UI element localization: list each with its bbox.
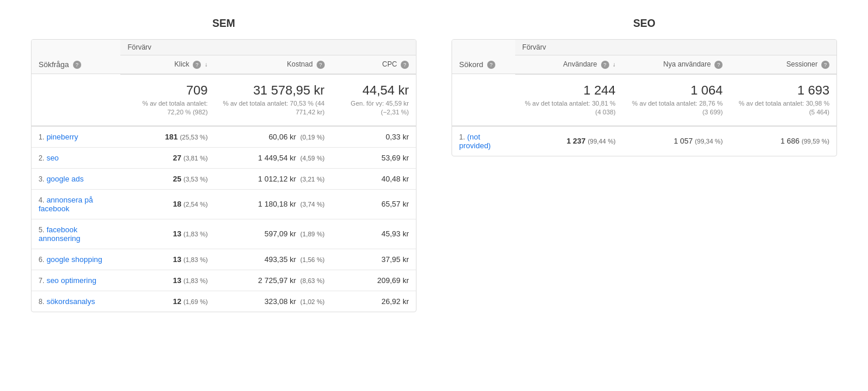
seo-col-anv: Användare xyxy=(563,60,597,68)
sem-kostnad-pct-5: (1,89 %) xyxy=(300,231,325,238)
sem-total-kostnad: 31 578,95 kr xyxy=(222,83,325,98)
sem-kostnad-pct-4: (3,74 %) xyxy=(300,201,325,208)
sem-kostnad-pct-6: (1,56 %) xyxy=(300,256,325,263)
seo-total-nya: 1 064 xyxy=(630,83,723,98)
sem-kostnad-4: 1 180,18 kr xyxy=(258,200,296,208)
seo-sess-1: 1 686 xyxy=(780,137,800,145)
sem-cpc-8: 26,92 kr xyxy=(381,297,409,306)
sem-col-klick: Klick xyxy=(175,60,189,68)
seo-totals-row: 1 244 % av det totala antalet: 30,81 % (… xyxy=(452,74,836,126)
seo-col-nya-help[interactable]: ? xyxy=(714,61,723,69)
sem-klick-pct-2: (3,81 %) xyxy=(183,155,208,162)
sem-total-kostnad-sub: % av det totala antalet: 70,53 % (44 771… xyxy=(222,99,325,117)
sem-col-kostnad: Kostnad xyxy=(287,60,313,68)
sem-kostnad-pct-7: (8,63 %) xyxy=(300,277,325,284)
page-wrapper: SEM Sökfråga ? Förvärv Kl xyxy=(12,12,856,318)
seo-col-anv-help[interactable]: ? xyxy=(601,61,609,69)
sem-cpc-6: 37,95 kr xyxy=(381,255,409,264)
sem-kostnad-2: 1 449,54 kr xyxy=(258,153,296,162)
sem-kostnad-pct-1: (0,19 %) xyxy=(300,134,325,141)
sem-col-cpc-help[interactable]: ? xyxy=(401,61,409,69)
sem-klick-6: 13 xyxy=(173,255,181,264)
sem-kostnad-8: 323,08 kr xyxy=(265,297,296,306)
sem-table: Sökfråga ? Förvärv Klick ? ↓ xyxy=(32,40,416,312)
sem-total-klick: 709 xyxy=(127,83,207,98)
sem-keyword-4[interactable]: annonsera på facebook xyxy=(39,196,93,213)
sem-sort-arrow[interactable]: ↓ xyxy=(205,61,208,68)
sem-kostnad-3: 1 012,12 kr xyxy=(258,174,296,183)
table-row: 1. (not provided) 1 237 (99,44 %) 1 057 … xyxy=(452,126,836,156)
sem-title: SEM xyxy=(31,18,416,30)
sem-keyword-2[interactable]: seo xyxy=(47,153,59,162)
sem-cpc-3: 40,48 kr xyxy=(381,174,409,183)
sem-total-cpc-sub: Gen. för vy: 45,59 kr (−2,31 %) xyxy=(339,99,409,117)
seo-section: SEO Sökord ? Förvärv Anvä xyxy=(452,18,837,156)
sem-klick-2: 27 xyxy=(173,153,181,162)
seo-total-anv-sub: % av det totala antalet: 30,81 % (4 038) xyxy=(522,99,616,117)
sem-kostnad-1: 60,06 kr xyxy=(269,132,296,141)
table-row: 1. pineberry 181 (25,53 %) 60,06 kr (0,1… xyxy=(32,126,416,148)
seo-forvary-label: Förvärv xyxy=(522,43,546,51)
sem-klick-pct-1: (25,53 %) xyxy=(180,134,208,141)
table-row: 6. google shopping 13 (1,83 %) 493,35 kr… xyxy=(32,249,416,270)
seo-header-row-1: Sökord ? Förvärv xyxy=(452,40,836,55)
sem-cpc-5: 45,93 kr xyxy=(381,229,409,238)
sem-cpc-2: 53,69 kr xyxy=(381,153,409,162)
sem-keyword-3[interactable]: google ads xyxy=(47,174,84,183)
seo-anv-pct-1: (99,44 %) xyxy=(588,138,616,145)
sem-kostnad-6: 493,35 kr xyxy=(265,255,296,264)
seo-sort-arrow[interactable]: ↓ xyxy=(613,61,616,68)
sem-row-header-help[interactable]: ? xyxy=(73,61,81,69)
sem-klick-3: 25 xyxy=(173,174,181,183)
seo-nya-1: 1 057 xyxy=(673,137,693,145)
sem-keyword-8[interactable]: sökordsanalys xyxy=(47,297,95,306)
seo-total-sess-sub: % av det totala antalet: 30,98 % (5 464) xyxy=(737,99,829,117)
seo-total-nya-sub: % av det totala antalet: 28,76 % (3 699) xyxy=(630,99,723,117)
sem-total-klick-sub: % av det totala antalet: 72,20 % (982) xyxy=(127,99,207,117)
sem-header-row-1: Sökfråga ? Förvärv xyxy=(32,40,416,55)
sem-klick-pct-3: (3,53 %) xyxy=(183,176,208,183)
sem-row-header-label: Sökfråga xyxy=(39,60,69,69)
sem-kostnad-pct-2: (4,59 %) xyxy=(300,155,325,162)
sem-klick-pct-5: (1,83 %) xyxy=(183,231,208,238)
seo-anv-1: 1 237 xyxy=(567,137,586,145)
seo-row-header-help[interactable]: ? xyxy=(487,61,495,69)
sem-kostnad-7: 2 725,97 kr xyxy=(258,276,296,285)
sem-col-cpc: CPC xyxy=(382,60,397,68)
sem-klick-pct-8: (1,69 %) xyxy=(183,298,208,305)
sem-klick-1: 181 xyxy=(165,132,178,141)
seo-table-wrapper: Sökord ? Förvärv Användare ? ↓ xyxy=(452,39,837,156)
table-row: 8. sökordsanalys 12 (1,69 %) 323,08 kr (… xyxy=(32,291,416,312)
sem-kostnad-5: 597,09 kr xyxy=(265,229,296,238)
seo-table: Sökord ? Förvärv Användare ? ↓ xyxy=(452,40,836,156)
sem-klick-pct-6: (1,83 %) xyxy=(183,256,208,263)
sem-cpc-1: 0,33 kr xyxy=(386,132,409,141)
table-row: 5. facebook annonsering 13 (1,83 %) 597,… xyxy=(32,219,416,249)
sem-keyword-5[interactable]: facebook annonsering xyxy=(39,225,81,243)
sem-kostnad-pct-3: (3,21 %) xyxy=(300,176,325,183)
table-row: 3. google ads 25 (3,53 %) 1 012,12 kr (3… xyxy=(32,168,416,189)
sem-total-cpc: 44,54 kr xyxy=(339,83,409,98)
sem-cpc-7: 209,69 kr xyxy=(377,276,409,285)
sem-klick-pct-4: (2,54 %) xyxy=(183,201,208,208)
seo-col-nya: Nya användare xyxy=(664,60,711,68)
table-row: 4. annonsera på facebook 18 (2,54 %) 1 1… xyxy=(32,189,416,219)
sem-klick-5: 13 xyxy=(173,229,181,238)
sem-forvary-label: Förvärv xyxy=(127,43,151,51)
table-row: 7. seo optimering 13 (1,83 %) 2 725,97 k… xyxy=(32,270,416,291)
sem-keyword-7[interactable]: seo optimering xyxy=(47,276,96,285)
sem-section: SEM Sökfråga ? Förvärv Kl xyxy=(31,18,416,312)
sem-totals-row: 709 % av det totala antalet: 72,20 % (98… xyxy=(32,74,416,126)
sem-klick-8: 12 xyxy=(173,297,181,306)
sem-klick-7: 13 xyxy=(173,276,181,285)
seo-col-sess-help[interactable]: ? xyxy=(821,61,829,69)
sem-keyword-6[interactable]: google shopping xyxy=(47,255,102,264)
table-row: 2. seo 27 (3,81 %) 1 449,54 kr (4,59 %) … xyxy=(32,147,416,168)
seo-row-header-label: Sökord xyxy=(459,60,483,69)
sem-keyword-1[interactable]: pineberry xyxy=(47,132,78,141)
sem-klick-pct-7: (1,83 %) xyxy=(183,277,208,284)
seo-nya-pct-1: (99,34 %) xyxy=(695,138,723,145)
sem-col-kostnad-help[interactable]: ? xyxy=(317,61,325,69)
seo-col-sess: Sessioner xyxy=(786,60,817,68)
sem-col-klick-help[interactable]: ? xyxy=(193,61,201,69)
